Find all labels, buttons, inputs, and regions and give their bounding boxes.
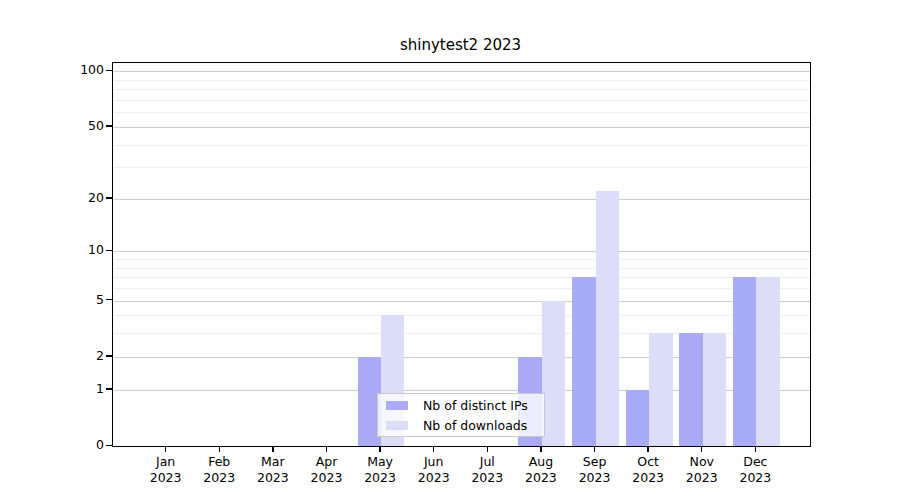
x-tick-mark	[755, 446, 756, 452]
x-tick-month: May	[350, 454, 410, 470]
x-tick-year: 2023	[243, 470, 303, 486]
gridline-minor	[113, 268, 810, 269]
x-tick-label: Sep2023	[565, 454, 625, 486]
y-tick-mark	[106, 445, 112, 446]
x-tick-mark	[594, 446, 595, 452]
x-tick-mark	[487, 446, 488, 452]
x-tick-year: 2023	[189, 470, 249, 486]
x-tick-month: Sep	[565, 454, 625, 470]
x-tick-year: 2023	[565, 470, 625, 486]
x-tick-month: Jul	[457, 454, 517, 470]
gridline-major	[113, 301, 810, 302]
y-tick-mark	[106, 299, 112, 300]
x-tick-year: 2023	[511, 470, 571, 486]
legend-row-downloads: Nb of downloads	[386, 418, 544, 433]
x-tick-year: 2023	[296, 470, 356, 486]
x-tick-label: Oct2023	[618, 454, 678, 486]
x-tick-month: Aug	[511, 454, 571, 470]
x-tick-year: 2023	[404, 470, 464, 486]
x-tick-month: Jan	[136, 454, 196, 470]
gridline-minor	[113, 89, 810, 90]
x-tick-mark	[326, 446, 327, 452]
chart-title: shinytest2 2023	[112, 36, 809, 54]
y-tick-mark	[106, 197, 112, 198]
bar-distinct-ips	[679, 333, 702, 446]
y-tick-label: 5	[64, 293, 104, 307]
x-tick-mark	[540, 446, 541, 452]
x-tick-year: 2023	[672, 470, 732, 486]
y-tick-label: 0	[64, 438, 104, 452]
y-tick-mark	[106, 355, 112, 356]
gridline-minor	[113, 167, 810, 168]
bar-downloads	[542, 301, 565, 446]
bar-downloads	[703, 333, 726, 446]
gridline-major	[113, 251, 810, 252]
legend-label-downloads: Nb of downloads	[423, 418, 527, 433]
x-tick-year: 2023	[136, 470, 196, 486]
x-tick-year: 2023	[457, 470, 517, 486]
x-tick-year: 2023	[725, 470, 785, 486]
x-tick-label: Aug2023	[511, 454, 571, 486]
x-tick-mark	[433, 446, 434, 452]
y-tick-label: 50	[64, 119, 104, 133]
gridline-minor	[113, 112, 810, 113]
x-tick-month: Mar	[243, 454, 303, 470]
x-tick-label: Mar2023	[243, 454, 303, 486]
legend-swatch-downloads	[386, 421, 408, 430]
x-tick-mark	[165, 446, 166, 452]
plot-area	[112, 62, 811, 447]
y-tick-mark	[106, 388, 112, 389]
x-tick-label: Dec2023	[725, 454, 785, 486]
x-tick-mark	[701, 446, 702, 452]
x-tick-year: 2023	[350, 470, 410, 486]
gridline-minor	[113, 288, 810, 289]
x-tick-mark	[272, 446, 273, 452]
gridline-minor	[113, 259, 810, 260]
x-tick-month: Nov	[672, 454, 732, 470]
legend-swatch-distinct-ips	[386, 401, 408, 410]
x-tick-label: Jul2023	[457, 454, 517, 486]
y-tick-label: 1	[64, 382, 104, 396]
x-tick-month: Dec	[725, 454, 785, 470]
bar-distinct-ips	[733, 277, 756, 446]
bar-downloads	[756, 277, 779, 446]
gridline-minor	[113, 80, 810, 81]
y-tick-label: 100	[64, 63, 104, 77]
legend-row-distinct-ips: Nb of distinct IPs	[386, 398, 544, 413]
gridline-minor	[113, 145, 810, 146]
bar-downloads	[649, 333, 672, 446]
x-tick-month: Oct	[618, 454, 678, 470]
gridline-minor	[113, 315, 810, 316]
x-tick-label: Nov2023	[672, 454, 732, 486]
gridline-minor	[113, 277, 810, 278]
gridline-minor	[113, 100, 810, 101]
y-tick-label: 2	[64, 349, 104, 363]
gridline-major	[113, 71, 810, 72]
x-tick-month: Jun	[404, 454, 464, 470]
x-tick-label: Jun2023	[404, 454, 464, 486]
x-tick-year: 2023	[618, 470, 678, 486]
bar-downloads	[596, 191, 619, 446]
x-tick-mark	[219, 446, 220, 452]
x-tick-mark	[647, 446, 648, 452]
x-tick-month: Feb	[189, 454, 249, 470]
y-tick-mark	[106, 125, 112, 126]
y-tick-label: 10	[64, 243, 104, 257]
x-tick-mark	[379, 446, 380, 452]
x-tick-month: Apr	[296, 454, 356, 470]
x-tick-label: Feb2023	[189, 454, 249, 486]
bar-distinct-ips	[572, 277, 595, 446]
x-tick-label: May2023	[350, 454, 410, 486]
legend-label-distinct-ips: Nb of distinct IPs	[423, 398, 528, 413]
gridline-major	[113, 127, 810, 128]
y-tick-mark	[106, 70, 112, 71]
y-tick-mark	[106, 250, 112, 251]
x-tick-label: Apr2023	[296, 454, 356, 486]
chart-canvas: shinytest2 2023 0125102050100 Jan2023Feb…	[0, 0, 900, 500]
gridline-major	[113, 199, 810, 200]
legend: Nb of distinct IPs Nb of downloads	[377, 393, 545, 437]
y-tick-label: 20	[64, 191, 104, 205]
x-tick-label: Jan2023	[136, 454, 196, 486]
bar-distinct-ips	[626, 390, 649, 446]
